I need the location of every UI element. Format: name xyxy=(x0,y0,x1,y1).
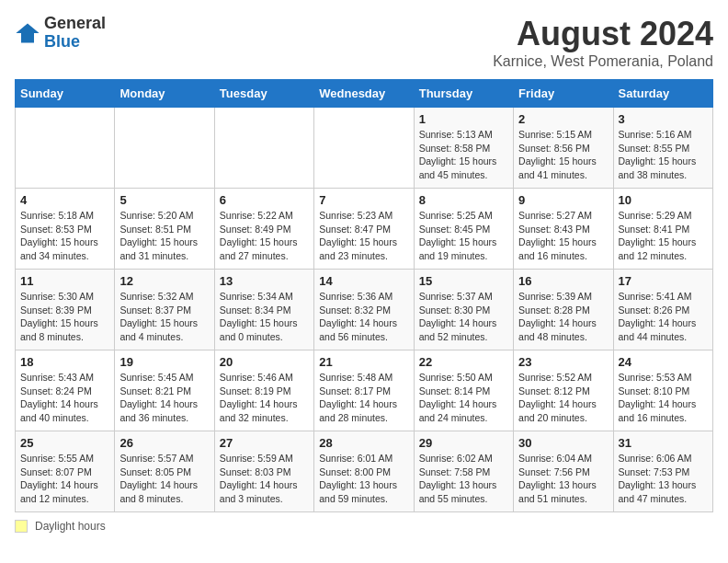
header-wednesday: Wednesday xyxy=(314,80,414,108)
header-sunday: Sunday xyxy=(16,80,115,108)
table-row: 13Sunrise: 5:34 AMSunset: 8:34 PMDayligh… xyxy=(214,270,313,350)
header-thursday: Thursday xyxy=(414,80,513,108)
page-container: General Blue August 2024 Karnice, West P… xyxy=(15,15,713,533)
day-info: Sunrise: 5:32 AMSunset: 8:37 PMDaylight:… xyxy=(119,290,209,344)
table-row: 25Sunrise: 5:55 AMSunset: 8:07 PMDayligh… xyxy=(16,431,115,512)
table-row: 26Sunrise: 5:57 AMSunset: 8:05 PMDayligh… xyxy=(115,431,214,512)
table-row xyxy=(214,108,313,189)
table-row: 19Sunrise: 5:45 AMSunset: 8:21 PMDayligh… xyxy=(115,350,214,431)
table-row: 16Sunrise: 5:39 AMSunset: 8:28 PMDayligh… xyxy=(514,270,613,350)
header-tuesday: Tuesday xyxy=(214,80,313,108)
day-number: 30 xyxy=(518,436,608,450)
day-number: 13 xyxy=(220,274,309,288)
table-row: 11Sunrise: 5:30 AMSunset: 8:39 PMDayligh… xyxy=(16,270,115,350)
day-number: 7 xyxy=(319,193,408,207)
day-info: Sunrise: 5:30 AMSunset: 8:39 PMDaylight:… xyxy=(20,290,109,344)
day-number: 9 xyxy=(518,193,608,207)
table-row xyxy=(115,108,214,189)
daylight-icon xyxy=(15,520,28,533)
calendar-week-row: 1Sunrise: 5:13 AMSunset: 8:58 PMDaylight… xyxy=(16,108,713,189)
day-info: Sunrise: 5:43 AMSunset: 8:24 PMDaylight:… xyxy=(20,371,109,425)
day-number: 20 xyxy=(220,355,309,369)
day-number: 5 xyxy=(119,193,209,207)
day-info: Sunrise: 5:39 AMSunset: 8:28 PMDaylight:… xyxy=(518,290,608,344)
svg-marker-0 xyxy=(16,23,39,42)
calendar-week-row: 18Sunrise: 5:43 AMSunset: 8:24 PMDayligh… xyxy=(16,350,713,431)
table-row: 9Sunrise: 5:27 AMSunset: 8:43 PMDaylight… xyxy=(514,189,613,270)
day-info: Sunrise: 6:04 AMSunset: 7:56 PMDaylight:… xyxy=(518,452,608,506)
day-number: 8 xyxy=(419,193,508,207)
footer-note: Daylight hours xyxy=(15,520,713,533)
table-row: 14Sunrise: 5:36 AMSunset: 8:32 PMDayligh… xyxy=(314,270,414,350)
day-info: Sunrise: 5:22 AMSunset: 8:49 PMDaylight:… xyxy=(220,209,309,263)
day-info: Sunrise: 6:02 AMSunset: 7:58 PMDaylight:… xyxy=(419,452,508,506)
day-number: 25 xyxy=(20,436,109,450)
day-info: Sunrise: 5:15 AMSunset: 8:56 PMDaylight:… xyxy=(518,128,608,182)
daylight-label: Daylight hours xyxy=(35,520,106,533)
table-row: 22Sunrise: 5:50 AMSunset: 8:14 PMDayligh… xyxy=(414,350,513,431)
day-info: Sunrise: 5:36 AMSunset: 8:32 PMDaylight:… xyxy=(319,290,408,344)
calendar-week-row: 25Sunrise: 5:55 AMSunset: 8:07 PMDayligh… xyxy=(16,431,713,512)
day-number: 28 xyxy=(319,436,408,450)
day-info: Sunrise: 5:34 AMSunset: 8:34 PMDaylight:… xyxy=(220,290,309,344)
day-info: Sunrise: 5:57 AMSunset: 8:05 PMDaylight:… xyxy=(119,452,209,506)
day-info: Sunrise: 6:06 AMSunset: 7:53 PMDaylight:… xyxy=(619,452,708,506)
day-number: 19 xyxy=(119,355,209,369)
table-row: 5Sunrise: 5:20 AMSunset: 8:51 PMDaylight… xyxy=(115,189,214,270)
table-row: 21Sunrise: 5:48 AMSunset: 8:17 PMDayligh… xyxy=(314,350,414,431)
table-row: 10Sunrise: 5:29 AMSunset: 8:41 PMDayligh… xyxy=(613,189,712,270)
day-info: Sunrise: 5:20 AMSunset: 8:51 PMDaylight:… xyxy=(119,209,209,263)
table-row: 27Sunrise: 5:59 AMSunset: 8:03 PMDayligh… xyxy=(214,431,313,512)
table-row: 3Sunrise: 5:16 AMSunset: 8:55 PMDaylight… xyxy=(613,108,712,189)
day-number: 4 xyxy=(20,193,109,207)
table-row: 7Sunrise: 5:23 AMSunset: 8:47 PMDaylight… xyxy=(314,189,414,270)
header-monday: Monday xyxy=(115,80,214,108)
table-row: 30Sunrise: 6:04 AMSunset: 7:56 PMDayligh… xyxy=(514,431,613,512)
day-info: Sunrise: 5:41 AMSunset: 8:26 PMDaylight:… xyxy=(619,290,708,344)
day-number: 15 xyxy=(419,274,508,288)
table-row: 31Sunrise: 6:06 AMSunset: 7:53 PMDayligh… xyxy=(613,431,712,512)
day-number: 29 xyxy=(419,436,508,450)
title-section: August 2024 Karnice, West Pomerania, Pol… xyxy=(493,15,713,70)
table-row: 4Sunrise: 5:18 AMSunset: 8:53 PMDaylight… xyxy=(16,189,115,270)
table-row xyxy=(314,108,414,189)
day-number: 21 xyxy=(319,355,408,369)
day-info: Sunrise: 6:01 AMSunset: 8:00 PMDaylight:… xyxy=(319,452,408,506)
day-number: 17 xyxy=(619,274,708,288)
table-row: 1Sunrise: 5:13 AMSunset: 8:58 PMDaylight… xyxy=(414,108,513,189)
table-row xyxy=(16,108,115,189)
table-row: 15Sunrise: 5:37 AMSunset: 8:30 PMDayligh… xyxy=(414,270,513,350)
header: General Blue August 2024 Karnice, West P… xyxy=(15,15,713,70)
calendar-header-row: Sunday Monday Tuesday Wednesday Thursday… xyxy=(16,80,713,108)
day-number: 26 xyxy=(119,436,209,450)
day-info: Sunrise: 5:27 AMSunset: 8:43 PMDaylight:… xyxy=(518,209,608,263)
day-number: 14 xyxy=(319,274,408,288)
day-number: 31 xyxy=(619,436,708,450)
table-row: 12Sunrise: 5:32 AMSunset: 8:37 PMDayligh… xyxy=(115,270,214,350)
day-number: 16 xyxy=(518,274,608,288)
day-info: Sunrise: 5:13 AMSunset: 8:58 PMDaylight:… xyxy=(419,128,508,182)
day-number: 11 xyxy=(20,274,109,288)
day-info: Sunrise: 5:46 AMSunset: 8:19 PMDaylight:… xyxy=(220,371,309,425)
day-number: 3 xyxy=(619,112,708,126)
day-info: Sunrise: 5:59 AMSunset: 8:03 PMDaylight:… xyxy=(220,452,309,506)
table-row: 2Sunrise: 5:15 AMSunset: 8:56 PMDaylight… xyxy=(514,108,613,189)
day-info: Sunrise: 5:45 AMSunset: 8:21 PMDaylight:… xyxy=(119,371,209,425)
day-number: 1 xyxy=(419,112,508,126)
day-info: Sunrise: 5:37 AMSunset: 8:30 PMDaylight:… xyxy=(419,290,508,344)
day-info: Sunrise: 5:55 AMSunset: 8:07 PMDaylight:… xyxy=(20,452,109,506)
day-info: Sunrise: 5:50 AMSunset: 8:14 PMDaylight:… xyxy=(419,371,508,425)
logo-icon xyxy=(15,20,40,46)
day-info: Sunrise: 5:16 AMSunset: 8:55 PMDaylight:… xyxy=(619,128,708,182)
day-number: 27 xyxy=(220,436,309,450)
day-info: Sunrise: 5:29 AMSunset: 8:41 PMDaylight:… xyxy=(619,209,708,263)
day-info: Sunrise: 5:52 AMSunset: 8:12 PMDaylight:… xyxy=(518,371,608,425)
table-row: 17Sunrise: 5:41 AMSunset: 8:26 PMDayligh… xyxy=(613,270,712,350)
calendar-table: Sunday Monday Tuesday Wednesday Thursday… xyxy=(15,79,713,512)
table-row: 29Sunrise: 6:02 AMSunset: 7:58 PMDayligh… xyxy=(414,431,513,512)
day-number: 22 xyxy=(419,355,508,369)
table-row: 18Sunrise: 5:43 AMSunset: 8:24 PMDayligh… xyxy=(16,350,115,431)
day-info: Sunrise: 5:23 AMSunset: 8:47 PMDaylight:… xyxy=(319,209,408,263)
calendar-week-row: 11Sunrise: 5:30 AMSunset: 8:39 PMDayligh… xyxy=(16,270,713,350)
day-number: 6 xyxy=(220,193,309,207)
